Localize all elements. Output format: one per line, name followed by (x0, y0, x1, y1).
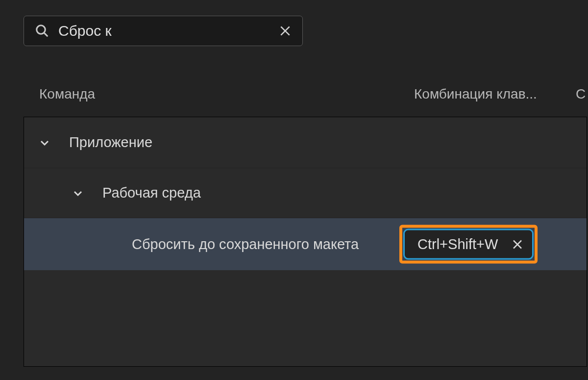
search-input[interactable] (58, 23, 279, 39)
shortcut-input[interactable]: Ctrl+Shift+W (403, 229, 534, 260)
clear-search-icon[interactable] (279, 25, 292, 37)
tree-label-workspace: Рабочая среда (102, 185, 201, 201)
column-header-extra[interactable]: С (576, 86, 586, 102)
shortcut-value: Ctrl+Shift+W (417, 236, 498, 253)
tree-row-workspace[interactable]: Рабочая среда (24, 168, 587, 218)
column-header-shortcut[interactable]: Комбинация клав... (414, 86, 537, 102)
tree-label-application: Приложение (69, 134, 152, 151)
shortcut-cell: Ctrl+Shift+W (399, 225, 538, 264)
search-icon (35, 24, 49, 38)
search-input-container[interactable] (24, 16, 303, 46)
shortcuts-table: Приложение Рабочая среда Сбросить до сох… (24, 117, 587, 367)
chevron-down-icon[interactable] (39, 137, 53, 149)
tree-row-application[interactable]: Приложение (24, 117, 587, 168)
chevron-down-icon[interactable] (72, 187, 87, 199)
tree-row-reset-layout[interactable]: Сбросить до сохраненного макета Ctrl+Shi… (24, 218, 587, 270)
highlight-annotation: Ctrl+Shift+W (399, 225, 538, 264)
svg-line-1 (44, 33, 48, 36)
svg-point-0 (37, 25, 46, 34)
tree-label-reset-layout: Сбросить до сохраненного макета (132, 236, 359, 253)
clear-shortcut-icon[interactable] (512, 238, 523, 250)
column-header-command[interactable]: Команда (39, 86, 95, 102)
column-headers: Команда Комбинация клав... С (0, 86, 588, 102)
